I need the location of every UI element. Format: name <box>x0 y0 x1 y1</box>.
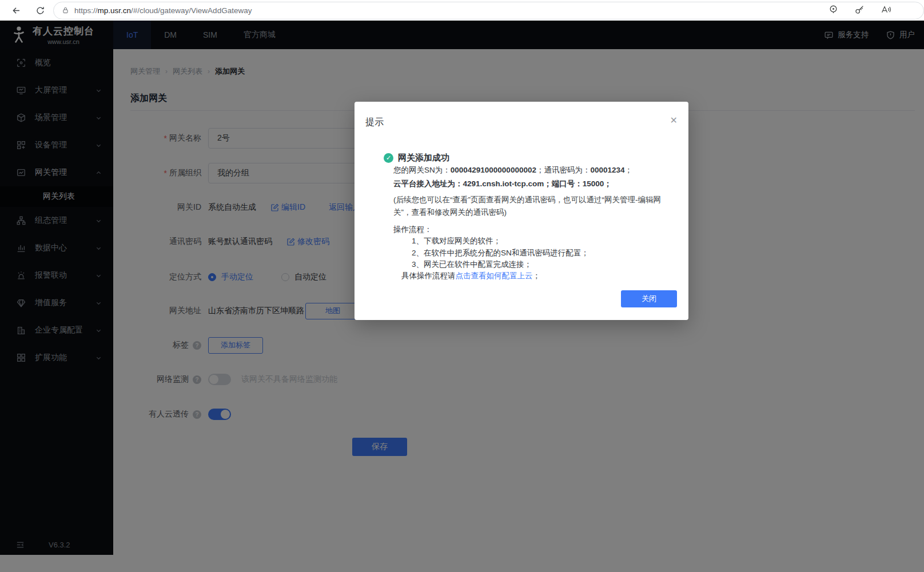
cloud-address-line: 云平台接入地址为：4291.cnsh.iot-tcp.com；端口号：15000… <box>393 178 679 189</box>
browser-bar: https://mp.usr.cn/#/cloud/gateway/ViewAd… <box>0 0 924 21</box>
steps-title: 操作流程： <box>393 224 679 235</box>
note-text: (后续您也可以在“查看”页面查看网关的通讯密码，也可以通过“网关管理-编辑网关”… <box>393 194 678 218</box>
address-bar[interactable]: https://mp.usr.cn/#/cloud/gateway/ViewAd… <box>53 2 924 19</box>
dialog-body: 您的网关SN为：00004291000000000002；通讯密码为：00001… <box>393 165 679 281</box>
step-1: 1、下载对应网关的软件； <box>412 235 679 247</box>
step-2: 2、在软件中把系统分配的SN和通讯密码进行配置； <box>412 247 679 259</box>
step-3: 3、网关已在软件中配置完成连接； <box>412 259 679 270</box>
guide-line: 具体操作流程请点击查看如何配置上云； <box>401 270 679 282</box>
close-icon[interactable]: ✕ <box>670 116 678 125</box>
password-key-icon[interactable] <box>854 4 865 17</box>
back-icon[interactable] <box>7 2 26 19</box>
sn-line: 您的网关SN为：00004291000000000002；通讯密码为：00001… <box>393 165 679 175</box>
location-permission-icon[interactable] <box>828 4 839 17</box>
tip-dialog: 提示 ✕ ✓ 网关添加成功 您的网关SN为：000042910000000000… <box>355 102 688 320</box>
how-to-configure-link[interactable]: 点击查看如何配置上云 <box>456 271 533 280</box>
success-heading: 网关添加成功 <box>398 153 449 163</box>
comm-password-value: 00001234 <box>590 166 624 174</box>
dialog-title: 提示 <box>365 117 384 129</box>
url-text: https://mp.usr.cn/#/cloud/gateway/ViewAd… <box>74 6 252 15</box>
success-check-icon: ✓ <box>384 153 393 163</box>
close-button[interactable]: 关闭 <box>621 290 677 307</box>
gateway-sn-value: 00004291000000000002 <box>451 166 536 174</box>
refresh-icon[interactable] <box>30 2 49 19</box>
read-aloud-icon[interactable] <box>881 4 891 17</box>
lock-icon <box>62 6 69 14</box>
